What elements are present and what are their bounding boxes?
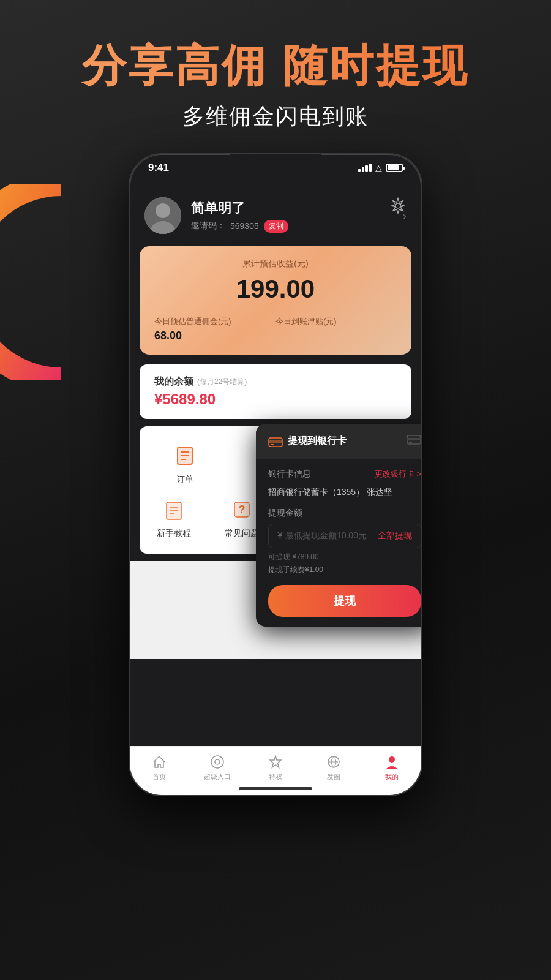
today-commission: 今日预估普通佣金(元) 68.00 <box>154 316 276 342</box>
menu-item-order[interactable]: 订单 <box>160 441 209 485</box>
bank-info-label: 银行卡信息 <box>268 469 311 480</box>
svg-point-30 <box>211 756 223 768</box>
profile-invite: 邀请码： 569305 复制 <box>191 220 392 233</box>
amount-input[interactable]: ¥ 最低提现金额10.00元 全部提现 <box>268 524 421 548</box>
status-time: 9:41 <box>148 162 169 174</box>
svg-rect-37 <box>271 444 274 445</box>
nav-super-label: 超级入口 <box>204 772 231 782</box>
popup-tab-bank[interactable]: 提现到银行卡 <box>268 435 399 448</box>
phone-content: 简单明了 邀请码： 569305 复制 › 累计预估收益(元) 199.00 今… <box>130 185 421 795</box>
nav-my[interactable]: 我的 <box>363 754 421 782</box>
earnings-card: 累计预估收益(元) 199.00 今日预估普通佣金(元) 68.00 今日到账津… <box>140 246 411 355</box>
copy-button[interactable]: 复制 <box>264 220 288 233</box>
status-icons: △ <box>358 163 403 173</box>
hero-section: 分享高佣 随时提现 多维佣金闪电到账 <box>0 37 551 132</box>
avatar <box>144 197 181 234</box>
super-icon <box>209 754 225 770</box>
earnings-amount: 199.00 <box>154 274 397 304</box>
bank-info-row: 银行卡信息 更改银行卡 > <box>268 469 421 480</box>
today-commission-label: 今日预估普通佣金(元) <box>154 316 276 327</box>
faq-icon: ? <box>227 495 257 524</box>
svg-text:?: ? <box>238 503 245 516</box>
menu-item-tutorial[interactable]: 新手教程 <box>149 495 198 539</box>
today-commission-value: 68.00 <box>154 330 276 342</box>
my-icon <box>384 754 400 770</box>
notch <box>230 154 321 175</box>
nav-privilege-label: 特权 <box>269 772 282 782</box>
svg-rect-40 <box>409 442 412 443</box>
nav-share[interactable]: 发圈 <box>305 754 363 782</box>
today-subsidy: 今日到账津贴(元) <box>276 316 397 342</box>
currency-symbol: ¥ <box>277 530 283 541</box>
svg-point-1 <box>395 203 400 208</box>
nav-home[interactable]: 首页 <box>130 754 188 782</box>
order-label: 订单 <box>176 474 193 485</box>
balance-label: 我的余额 <box>154 375 193 388</box>
svg-marker-0 <box>392 198 404 213</box>
share-icon <box>326 754 342 770</box>
balance-sub-label: (每月22号结算) <box>197 377 247 387</box>
balance-amount: ¥5689.80 <box>154 391 247 408</box>
svg-point-34 <box>389 756 395 763</box>
change-bank-link[interactable]: 更改银行卡 > <box>375 469 421 480</box>
arc-decoration <box>0 184 61 380</box>
svg-rect-36 <box>269 440 282 443</box>
home-icon <box>151 754 167 770</box>
earnings-row: 今日预估普通佣金(元) 68.00 今日到账津贴(元) <box>154 316 397 342</box>
svg-point-3 <box>156 203 170 218</box>
svg-rect-14 <box>167 502 181 519</box>
nav-my-label: 我的 <box>385 772 399 782</box>
privilege-icon <box>268 754 283 770</box>
bank-info-value: 招商银行储蓄卡（1355） 张达坚 <box>268 487 421 498</box>
fee-info: 提现手续费¥1.00 <box>268 565 421 575</box>
battery-icon <box>386 164 403 172</box>
invite-code: 569305 <box>230 221 259 231</box>
earnings-label: 累计预估收益(元) <box>154 258 397 270</box>
nav-privilege[interactable]: 特权 <box>246 754 304 782</box>
home-indicator <box>239 787 312 790</box>
withdrawable-hint: 可提现 ¥789.00 <box>268 552 421 562</box>
faq-label: 常见问题 <box>225 528 259 539</box>
today-subsidy-label: 今日到账津贴(元) <box>276 316 397 327</box>
phone-mockup: 9:41 △ <box>129 153 422 796</box>
popup-card-icon <box>407 434 421 449</box>
phone-frame: 9:41 △ <box>129 153 422 796</box>
tutorial-label: 新手教程 <box>157 528 191 539</box>
profile-name: 简单明了 <box>191 199 392 217</box>
order-icon <box>170 441 200 470</box>
popup-header-label: 提现到银行卡 <box>288 435 347 448</box>
amount-placeholder: 最低提现金额10.00元 <box>285 530 375 541</box>
hero-title: 分享高佣 随时提现 <box>0 37 551 96</box>
settings-button[interactable] <box>387 195 409 217</box>
amount-label: 提现金额 <box>268 508 421 519</box>
balance-section: 我的余额 (每月22号结算) ¥5689.80 <box>140 364 411 419</box>
nav-share-label: 发圈 <box>327 772 340 782</box>
all-withdraw-button[interactable]: 全部提现 <box>378 530 412 541</box>
svg-point-31 <box>215 760 220 764</box>
withdrawal-popup: 提现到银行卡 银行卡信息 更改银行卡 > 招 <box>256 424 421 627</box>
svg-rect-39 <box>407 438 421 440</box>
tutorial-icon <box>159 495 189 524</box>
nav-super[interactable]: 超级入口 <box>188 754 246 782</box>
nav-home-label: 首页 <box>152 772 166 782</box>
popup-body: 银行卡信息 更改银行卡 > 招商银行储蓄卡（1355） 张达坚 提现金额 ¥ 最… <box>256 459 421 627</box>
signal-icon <box>358 164 372 172</box>
amount-section: 提现金额 ¥ 最低提现金额10.00元 全部提现 可提现 ¥789.00 提现手… <box>268 508 421 575</box>
popup-header: 提现到银行卡 <box>256 424 421 459</box>
balance-info: 我的余额 (每月22号结算) ¥5689.80 <box>154 375 247 408</box>
profile-info: 简单明了 邀请码： 569305 复制 <box>191 199 392 233</box>
invite-label: 邀请码： <box>191 221 225 232</box>
wifi-icon: △ <box>375 163 382 173</box>
profile-section: 简单明了 邀请码： 569305 复制 › <box>130 185 421 246</box>
hero-subtitle: 多维佣金闪电到账 <box>0 102 551 132</box>
withdraw-button[interactable]: 提现 <box>268 585 421 617</box>
